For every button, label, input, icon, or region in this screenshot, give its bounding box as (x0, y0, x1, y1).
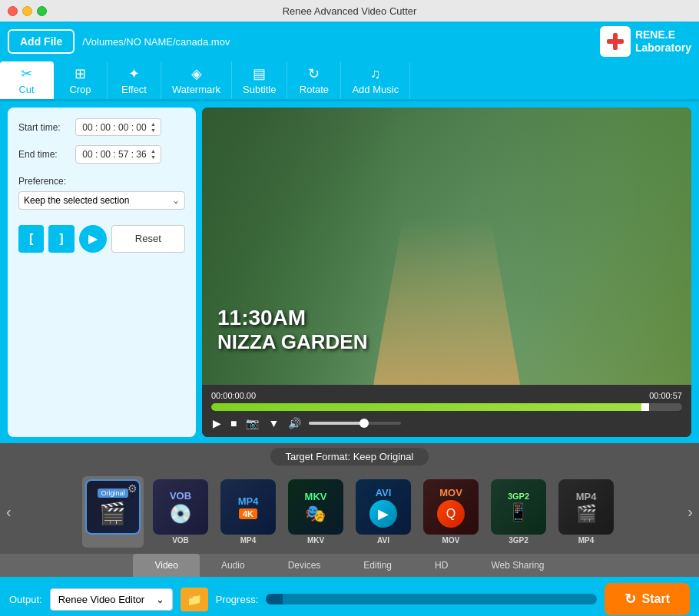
format-item-vob[interactable]: VOB 💿 VOB (150, 476, 211, 548)
bottom-tab-audio[interactable]: Audio (200, 554, 267, 577)
tab-watermark[interactable]: ◈ Watermark (161, 61, 232, 99)
main-area: Start time: 00 : 00 : 00 : 00 ▲ ▼ End ti… (0, 101, 699, 443)
output-bar: Output: Renee Video Editor ⌄ 📁 Progress:… (0, 577, 699, 616)
end-s[interactable]: 57 (117, 149, 131, 160)
video-panel: 11:30AM NIZZA GARDEN 00:00:00.00 00:00:5… (202, 108, 691, 437)
start-time-spinner[interactable]: ▲ ▼ (151, 121, 156, 133)
top-bar: Add File /Volumes/NO NAME/canada.mov REN… (0, 22, 699, 61)
cut-icon: ✂ (21, 65, 32, 82)
nav-tabs: ✂ Cut ⊞ Crop ✦ Effect ◈ Watermark ▤ Subt… (0, 61, 699, 101)
end-h[interactable]: 00 (81, 149, 94, 160)
format-items: ⚙ Original 🎬 VOB 💿 VOB MP4 (18, 476, 682, 548)
output-select[interactable]: Renee Video Editor ⌄ (50, 588, 173, 611)
subtitle-icon: ▤ (253, 65, 266, 82)
format-item-mp4b[interactable]: MP4 🎬 MP4 (555, 476, 617, 548)
tab-cut-label: Cut (18, 84, 34, 95)
bottom-tab-hd[interactable]: HD (413, 554, 469, 577)
tab-add-music-label: Add Music (352, 84, 399, 95)
svg-rect-1 (607, 39, 624, 44)
bottom-tab-devices[interactable]: Devices (267, 554, 343, 577)
format-item-mkv[interactable]: MKV 🎭 MKV (285, 476, 346, 548)
bottom-tab-devices-label: Devices (288, 560, 321, 571)
start-time-input[interactable]: 00 : 00 : 00 : 00 ▲ ▼ (75, 118, 161, 136)
bottom-tab-web-sharing[interactable]: Web Sharing (469, 554, 565, 577)
format-item-original[interactable]: ⚙ Original 🎬 (82, 476, 144, 548)
gear-icon: ⚙ (128, 482, 137, 495)
end-time-label: End time: (18, 149, 71, 160)
format-label-mkv: MKV (307, 536, 324, 545)
set-start-button[interactable]: [ (18, 225, 44, 253)
start-m[interactable]: 00 (98, 122, 112, 133)
file-path: /Volumes/NO NAME/canada.mov (82, 36, 592, 48)
end-time-spinner[interactable]: ▲ ▼ (151, 148, 156, 160)
bottom-tab-video[interactable]: Video (133, 554, 199, 577)
start-s[interactable]: 00 (117, 122, 131, 133)
format-item-avi[interactable]: AVI ▶ AVI (353, 476, 414, 548)
left-panel: Start time: 00 : 00 : 00 : 00 ▲ ▼ End ti… (8, 108, 196, 437)
reset-button[interactable]: Reset (111, 225, 185, 253)
volume-fill (309, 422, 364, 425)
minimize-button[interactable] (22, 6, 32, 16)
bottom-tab-editing-label: Editing (363, 560, 392, 571)
start-time-row: Start time: 00 : 00 : 00 : 00 ▲ ▼ (18, 118, 185, 136)
rotate-icon: ↻ (308, 65, 320, 82)
end-ms[interactable]: 36 (134, 149, 148, 160)
tab-crop[interactable]: ⊞ Crop (54, 61, 108, 99)
timeline-handle[interactable] (641, 403, 649, 411)
format-icon-3gp2: 3GP2 📱 (491, 479, 546, 535)
snapshot-button[interactable]: 📷 (244, 416, 260, 431)
format-icon-vob: VOB 💿 (153, 479, 208, 535)
tab-add-music[interactable]: ♫ Add Music (341, 62, 410, 99)
tab-rotate[interactable]: ↻ Rotate (287, 61, 341, 99)
original-badge: Original (98, 488, 128, 498)
set-end-button[interactable]: ] (48, 225, 74, 253)
tab-cut[interactable]: ✂ Cut (0, 61, 54, 99)
end-time-row: End time: 00 : 00 : 57 : 36 ▲ ▼ (18, 145, 185, 163)
timeline-bar[interactable] (211, 403, 682, 411)
tab-effect[interactable]: ✦ Effect (108, 61, 161, 99)
preview-button[interactable]: ▶ (79, 225, 107, 253)
volume-icon: 🔊 (287, 416, 303, 431)
start-ms[interactable]: 00 (134, 122, 148, 133)
format-icon-mkv: MKV 🎭 (288, 479, 343, 535)
start-button[interactable]: ↻ Start (605, 583, 690, 615)
add-file-button[interactable]: Add File (8, 29, 75, 54)
format-label-mov: MOV (442, 536, 460, 545)
start-label: Start (642, 592, 670, 606)
format-label-mp4: MP4 (240, 536, 257, 545)
play-icon: ▶ (88, 231, 98, 246)
traffic-lights[interactable] (8, 6, 47, 16)
format-item-mov[interactable]: MOV Q MOV (420, 476, 482, 548)
preference-section: Preference: Keep the selected section ⌄ (18, 173, 185, 210)
dropdown-button[interactable]: ▼ (267, 416, 280, 431)
bottom-tab-editing[interactable]: Editing (342, 554, 413, 577)
logo-cross-icon (600, 26, 631, 57)
format-item-mp4[interactable]: MP4 4K MP4 (217, 476, 279, 548)
close-button[interactable] (8, 6, 18, 16)
start-time-label: Start time: (18, 122, 71, 133)
chevron-down-icon: ⌄ (172, 195, 180, 206)
end-m[interactable]: 00 (98, 149, 112, 160)
carousel-next-button[interactable]: › (681, 503, 699, 521)
title-bar: Renee Advanced Video Cutter (0, 0, 699, 22)
tab-subtitle[interactable]: ▤ Subtitle (232, 61, 287, 99)
end-time-input[interactable]: 00 : 00 : 57 : 36 ▲ ▼ (75, 145, 161, 163)
preference-select[interactable]: Keep the selected section ⌄ (18, 191, 185, 210)
maximize-button[interactable] (37, 6, 47, 16)
bottom-tab-web-sharing-label: Web Sharing (491, 560, 544, 571)
watermark-icon: ◈ (191, 65, 202, 82)
volume-handle[interactable] (359, 419, 369, 428)
tab-subtitle-label: Subtitle (243, 84, 276, 95)
stop-button[interactable]: ■ (229, 416, 238, 431)
timeline-start: 00:00:00.00 (211, 391, 256, 400)
progress-label: Progress: (216, 594, 259, 605)
carousel-prev-button[interactable]: ‹ (0, 503, 18, 521)
format-label-avi: AVI (377, 536, 389, 545)
format-label-3gp2: 3GP2 (509, 536, 528, 545)
start-h[interactable]: 00 (81, 122, 94, 133)
action-buttons: [ ] ▶ Reset (18, 225, 185, 253)
volume-bar[interactable] (309, 422, 401, 425)
play-button[interactable]: ▶ (211, 416, 223, 431)
format-item-3gp2[interactable]: 3GP2 📱 3GP2 (488, 476, 549, 548)
folder-button[interactable]: 📁 (181, 588, 208, 611)
